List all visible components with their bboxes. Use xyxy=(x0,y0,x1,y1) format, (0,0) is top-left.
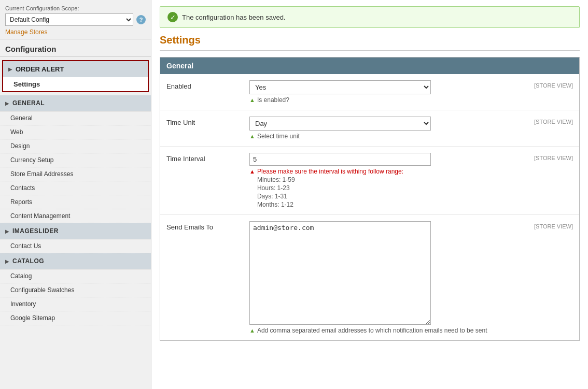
time-unit-hint-icon: ▲ xyxy=(249,133,255,139)
help-icon[interactable]: ? xyxy=(136,15,146,24)
nav-item-general[interactable]: General xyxy=(0,111,151,125)
config-title: Configuration xyxy=(0,39,151,57)
time-interval-hint-months: Months: 1-12 xyxy=(257,201,403,208)
time-unit-control: Day Hour Minute Month ▲ Select time unit xyxy=(249,117,528,140)
success-message: The configuration has been saved. xyxy=(182,13,285,21)
page-title: Settings xyxy=(151,28,588,50)
time-unit-select[interactable]: Day Hour Minute Month xyxy=(249,117,431,131)
nav-item-content-mgmt[interactable]: Content Management xyxy=(0,209,151,223)
enabled-hint-text: Is enabled? xyxy=(257,96,289,104)
nav-item-contact-us[interactable]: Contact Us xyxy=(0,239,151,253)
enabled-select[interactable]: Yes No xyxy=(249,80,431,94)
nav-item-google-sitemap[interactable]: Google Sitemap xyxy=(0,311,151,325)
send-emails-store-view[interactable]: [STORE VIEW] xyxy=(534,221,573,229)
section-block-body: Enabled Yes No ▲ Is enabled? [STORE VIEW… xyxy=(160,74,579,340)
imageslider-section-title: IMAGESLIDER xyxy=(12,227,59,235)
enabled-row: Enabled Yes No ▲ Is enabled? [STORE VIEW… xyxy=(160,74,579,110)
time-interval-hint-minutes: Minutes: 1-59 xyxy=(257,176,403,183)
nav-item-store-email[interactable]: Store Email Addresses xyxy=(0,167,151,181)
time-interval-error-text: Please make sure the interval is withing… xyxy=(257,168,403,175)
imageslider-nav-section: ▶ IMAGESLIDER Contact Us xyxy=(0,223,151,253)
general-section-header[interactable]: ▶ GENERAL xyxy=(0,95,151,111)
time-unit-hint-text: Select time unit xyxy=(257,133,300,140)
time-interval-label: Time Interval xyxy=(166,153,249,163)
general-section-block: General Enabled Yes No ▲ Is enabled? xyxy=(160,57,580,341)
time-interval-control: ▲ Please make sure the interval is withi… xyxy=(249,153,528,208)
order-alert-header[interactable]: ▶ ORDER ALERT xyxy=(3,61,148,77)
nav-item-catalog[interactable]: Catalog xyxy=(0,269,151,283)
order-alert-arrow-icon: ▶ xyxy=(8,66,12,72)
nav-item-inventory[interactable]: Inventory xyxy=(0,297,151,311)
time-unit-label: Time Unit xyxy=(166,117,249,126)
sidebar: Current Configuration Scope: Default Con… xyxy=(0,0,151,389)
nav-item-web[interactable]: Web xyxy=(0,125,151,139)
time-interval-error-icon: ▲ xyxy=(249,168,255,175)
send-emails-textarea[interactable]: admin@store.com xyxy=(249,221,431,325)
time-unit-store-view[interactable]: [STORE VIEW] xyxy=(534,117,573,125)
time-interval-store-view[interactable]: [STORE VIEW] xyxy=(534,153,573,161)
nav-item-reports[interactable]: Reports xyxy=(0,195,151,209)
time-unit-hint: ▲ Select time unit xyxy=(249,133,528,140)
nav-item-currency-setup[interactable]: Currency Setup xyxy=(0,153,151,167)
scope-section: Current Configuration Scope: Default Con… xyxy=(0,0,151,39)
imageslider-section-header[interactable]: ▶ IMAGESLIDER xyxy=(0,223,151,239)
send-emails-control: admin@store.com ▲ Add comma separated em… xyxy=(249,221,528,334)
send-emails-hint-icon: ▲ xyxy=(249,327,255,334)
send-emails-row: Send Emails To admin@store.com ▲ Add com… xyxy=(160,215,579,340)
time-interval-input[interactable] xyxy=(249,153,431,166)
time-interval-hint-days: Days: 1-31 xyxy=(257,193,403,200)
catalog-nav-section: ▶ CATALOG Catalog Configurable Swatches … xyxy=(0,253,151,325)
enabled-control: Yes No ▲ Is enabled? xyxy=(249,80,528,104)
manage-stores-link[interactable]: Manage Stores xyxy=(5,28,146,36)
general-arrow-icon: ▶ xyxy=(5,100,9,106)
scope-select[interactable]: Default Config xyxy=(5,13,133,26)
order-alert-title: ORDER ALERT xyxy=(16,65,64,73)
scope-label: Current Configuration Scope: xyxy=(5,5,146,11)
order-alert-settings-item[interactable]: Settings xyxy=(3,77,148,91)
time-unit-row: Time Unit Day Hour Minute Month ▲ Select… xyxy=(160,110,579,147)
main-content: ✓ The configuration has been saved. Sett… xyxy=(151,0,588,389)
order-alert-section: ▶ ORDER ALERT Settings xyxy=(2,60,149,92)
send-emails-label: Send Emails To xyxy=(166,221,249,231)
success-banner: ✓ The configuration has been saved. xyxy=(160,6,580,28)
catalog-arrow-icon: ▶ xyxy=(5,258,9,264)
enabled-store-view[interactable]: [STORE VIEW] xyxy=(534,80,573,89)
enabled-label: Enabled xyxy=(166,80,249,90)
nav-item-design[interactable]: Design xyxy=(0,139,151,153)
send-emails-hint-text: Add comma separated email addresses to w… xyxy=(257,327,487,334)
nav-item-contacts[interactable]: Contacts xyxy=(0,181,151,195)
time-interval-row: Time Interval ▲ Please make sure the int… xyxy=(160,147,579,215)
time-interval-error: ▲ Please make sure the interval is withi… xyxy=(249,168,528,208)
time-interval-error-lines: Please make sure the interval is withing… xyxy=(257,168,403,208)
nav-item-configurable-swatches[interactable]: Configurable Swatches xyxy=(0,283,151,297)
success-icon: ✓ xyxy=(167,12,178,22)
imageslider-arrow-icon: ▶ xyxy=(5,228,9,234)
enabled-hint-icon: ▲ xyxy=(249,97,255,103)
time-interval-hint-hours: Hours: 1-23 xyxy=(257,184,403,192)
section-block-header: General xyxy=(160,57,579,74)
general-nav-section: ▶ GENERAL General Web Design Currency Se… xyxy=(0,95,151,223)
general-section-title: GENERAL xyxy=(12,99,45,107)
send-emails-hint: ▲ Add comma separated email addresses to… xyxy=(249,327,528,334)
settings-divider xyxy=(160,50,580,51)
enabled-hint: ▲ Is enabled? xyxy=(249,96,528,104)
catalog-section-header[interactable]: ▶ CATALOG xyxy=(0,253,151,269)
catalog-section-title: CATALOG xyxy=(12,257,44,265)
